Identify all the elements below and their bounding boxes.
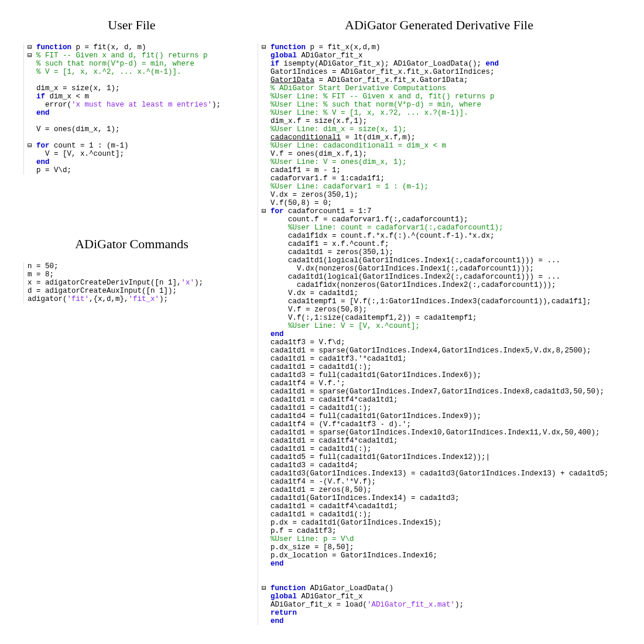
- user-file-code: ⊟ function p = fit(x, d, m) ⊟ % FIT -- G…: [23, 43, 240, 174]
- page-columns: User File ⊟ function p = fit(x, d, m) ⊟ …: [23, 12, 621, 625]
- generated-file-title: ADiGator Generated Derivative File: [258, 18, 621, 33]
- left-column: User File ⊟ function p = fit(x, d, m) ⊟ …: [23, 12, 240, 625]
- adigator-commands-code: n = 50; m = 8; x = adigatorCreateDerivIn…: [23, 262, 240, 303]
- adigator-commands-title: ADiGator Commands: [23, 237, 240, 252]
- generated-file-code: ⊟ function p = fit_x(x,d,m) global ADiGa…: [258, 43, 621, 625]
- user-file-title: User File: [23, 18, 240, 33]
- right-column: ADiGator Generated Derivative File ⊟ fun…: [258, 12, 621, 625]
